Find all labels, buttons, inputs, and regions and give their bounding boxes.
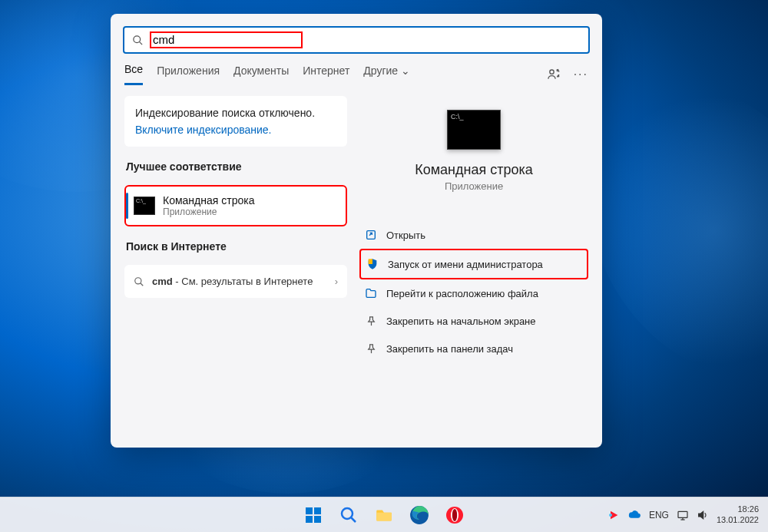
profile-sync-icon[interactable]: [546, 67, 561, 82]
svg-rect-16: [376, 512, 392, 520]
svg-rect-13: [314, 516, 321, 523]
shield-icon: [366, 257, 379, 271]
cmd-icon: C:\_: [134, 197, 155, 215]
web-search-result[interactable]: cmd - См. результаты в Интернете ›: [124, 265, 347, 298]
action-label: Закрепить на начальном экране: [386, 316, 536, 327]
svg-rect-10: [306, 507, 313, 514]
network-icon[interactable]: [677, 509, 689, 521]
filter-tabs: Все Приложения Документы Интернет Другие…: [111, 54, 602, 85]
action-label: Закрепить на панели задач: [386, 343, 513, 355]
svg-point-3: [135, 277, 141, 283]
search-input[interactable]: [153, 33, 299, 46]
tab-all[interactable]: Все: [124, 63, 143, 85]
svg-line-1: [139, 41, 142, 45]
search-icon: [134, 276, 144, 287]
svg-line-4: [141, 283, 144, 286]
svg-point-2: [549, 70, 553, 74]
svg-rect-12: [306, 516, 313, 523]
search-panel: Все Приложения Документы Интернет Другие…: [111, 14, 602, 448]
more-options-icon[interactable]: ···: [574, 68, 588, 81]
svg-point-14: [342, 508, 353, 519]
chevron-down-icon: ⌄: [401, 64, 410, 77]
indexing-notice: Индексирование поиска отключено. Включит…: [124, 96, 347, 147]
svg-point-0: [134, 35, 141, 42]
folder-icon: [364, 286, 378, 300]
tab-documents[interactable]: Документы: [233, 64, 289, 84]
start-button[interactable]: [298, 500, 329, 530]
svg-rect-23: [678, 511, 687, 517]
svg-point-22: [609, 514, 612, 517]
svg-rect-5: [367, 231, 376, 240]
action-run-as-admin[interactable]: Запуск от имени администратора: [359, 249, 588, 279]
language-indicator[interactable]: ENG: [649, 510, 669, 520]
action-label: Открыть: [386, 230, 425, 241]
search-input-highlight: [150, 31, 303, 48]
svg-marker-26: [699, 511, 703, 518]
volume-icon[interactable]: [697, 509, 709, 521]
taskbar-search-button[interactable]: [333, 500, 364, 530]
svg-point-20: [452, 509, 457, 521]
web-term: cmd: [152, 276, 173, 287]
section-web: Поиск в Интернете: [126, 240, 347, 253]
open-icon: [364, 228, 378, 242]
edge-button[interactable]: [404, 500, 435, 530]
svg-rect-11: [314, 507, 321, 514]
chevron-right-icon: ›: [335, 276, 338, 287]
tab-more[interactable]: Другие ⌄: [363, 64, 410, 84]
preview-pane: C:\_ Командная строка Приложение Открыть…: [359, 96, 588, 434]
cmd-icon-large: C:\_: [447, 110, 501, 150]
svg-rect-7: [369, 259, 372, 264]
action-open-location[interactable]: Перейти к расположению файла: [359, 279, 588, 307]
pin-icon: [364, 314, 378, 328]
action-label: Запуск от имени администратора: [388, 259, 543, 270]
preview-title: Командная строка: [415, 162, 533, 178]
tab-internet[interactable]: Интернет: [303, 64, 349, 84]
taskbar: ENG 18:26 13.01.2022: [0, 497, 768, 532]
action-pin-taskbar[interactable]: Закрепить на панели задач: [359, 335, 588, 362]
tray-time: 18:26: [737, 504, 759, 514]
indexing-message: Индексирование поиска отключено.: [135, 107, 336, 119]
tray-date: 13.01.2022: [717, 515, 759, 525]
search-icon: [132, 35, 144, 46]
best-match-result[interactable]: C:\_ Командная строка Приложение: [124, 185, 347, 226]
action-open[interactable]: Открыть: [359, 221, 588, 249]
section-best-match: Лучшее соответствие: [126, 160, 347, 173]
web-suffix: - См. результаты в Интернете: [173, 276, 313, 287]
action-label: Перейти к расположению файла: [386, 288, 538, 299]
tab-apps[interactable]: Приложения: [157, 64, 220, 84]
pin-icon: [364, 342, 378, 355]
onedrive-icon[interactable]: [627, 508, 641, 522]
opera-button[interactable]: [439, 500, 470, 530]
file-explorer-button[interactable]: [369, 500, 399, 530]
search-bar[interactable]: [123, 26, 590, 54]
result-title: Командная строка: [163, 194, 254, 207]
result-subtitle: Приложение: [163, 207, 254, 217]
action-pin-start[interactable]: Закрепить на начальном экране: [359, 307, 588, 335]
svg-line-15: [352, 517, 356, 522]
clock[interactable]: 18:26 13.01.2022: [717, 504, 759, 524]
preview-subtitle: Приложение: [445, 180, 503, 192]
enable-indexing-link[interactable]: Включите индексирование.: [135, 124, 336, 136]
system-tray: ENG 18:26 13.01.2022: [607, 504, 759, 524]
tray-app-icon[interactable]: [607, 509, 620, 521]
